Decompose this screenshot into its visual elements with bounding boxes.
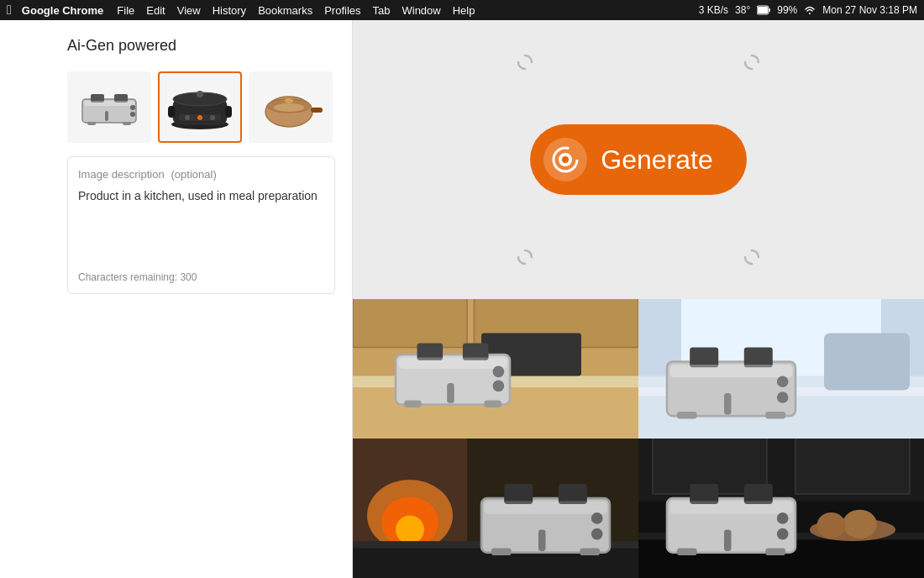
svg-rect-38 xyxy=(417,343,444,360)
svg-point-22 xyxy=(210,115,215,120)
description-section: Image description (optional) Product in … xyxy=(67,156,335,294)
svg-point-45 xyxy=(493,381,505,392)
svg-rect-88 xyxy=(690,484,718,504)
spinner-top-left xyxy=(517,54,533,71)
svg-rect-9 xyxy=(123,122,131,125)
menubar-view[interactable]: View xyxy=(177,4,201,17)
svg-rect-78 xyxy=(638,439,924,578)
svg-rect-31 xyxy=(353,299,638,439)
thumbnail-slowcooker-inner xyxy=(160,73,240,141)
svg-rect-18 xyxy=(225,106,232,118)
svg-point-85 xyxy=(843,510,877,539)
description-label-text: Image description xyxy=(78,168,165,181)
svg-point-21 xyxy=(197,115,202,120)
pan-thumbnail-svg xyxy=(257,82,324,133)
svg-rect-90 xyxy=(724,530,732,552)
svg-point-30 xyxy=(562,156,569,163)
svg-rect-36 xyxy=(481,334,581,376)
grid-image-3-svg xyxy=(353,439,638,578)
generate-button[interactable]: Generate xyxy=(530,124,746,195)
grid-image-1[interactable] xyxy=(353,299,638,439)
svg-rect-50 xyxy=(638,391,924,439)
wifi-icon xyxy=(804,4,816,16)
svg-rect-68 xyxy=(353,541,638,549)
left-panel: Ai-Gen powered xyxy=(0,20,353,578)
app-name[interactable]: Google Chrome xyxy=(22,4,104,17)
svg-rect-71 xyxy=(559,484,587,504)
svg-rect-58 xyxy=(765,412,785,419)
grid-image-3[interactable] xyxy=(353,439,638,578)
thumbnail-slowcooker[interactable] xyxy=(158,71,242,143)
svg-rect-62 xyxy=(353,439,638,578)
svg-rect-8 xyxy=(87,122,96,125)
svg-rect-52 xyxy=(824,334,910,391)
svg-rect-53 xyxy=(667,362,795,417)
svg-rect-47 xyxy=(681,299,881,376)
svg-point-95 xyxy=(777,528,789,540)
menubar-window[interactable]: Window xyxy=(402,4,440,17)
svg-rect-42 xyxy=(484,400,501,407)
svg-point-61 xyxy=(777,391,789,403)
thumbnails-row xyxy=(67,71,335,143)
svg-rect-81 xyxy=(795,439,910,494)
svg-point-27 xyxy=(274,103,304,112)
generate-button-text: Generate xyxy=(601,144,712,176)
menubar-profiles[interactable]: Profiles xyxy=(324,4,360,17)
svg-rect-55 xyxy=(744,348,773,368)
toaster-thumbnail-svg xyxy=(76,82,143,133)
slowcooker-thumbnail-svg xyxy=(166,82,234,133)
svg-rect-35 xyxy=(353,376,638,388)
menubar-items: File Edit View History Bookmarks Profile… xyxy=(117,4,698,17)
thumbnail-pan[interactable] xyxy=(249,71,333,143)
grid-image-2-svg xyxy=(638,299,924,439)
svg-point-16 xyxy=(197,91,203,97)
svg-rect-83 xyxy=(638,533,924,540)
svg-point-12 xyxy=(130,112,135,117)
menubar-bookmarks[interactable]: Bookmarks xyxy=(258,4,312,17)
menubar-file[interactable]: File xyxy=(117,4,134,17)
grid-image-4[interactable] xyxy=(638,439,924,578)
svg-rect-17 xyxy=(168,106,175,118)
menubar-tab[interactable]: Tab xyxy=(373,4,391,17)
svg-rect-32 xyxy=(353,376,638,439)
menubar-edit[interactable]: Edit xyxy=(146,4,165,17)
svg-point-65 xyxy=(381,497,438,548)
svg-point-76 xyxy=(591,512,603,524)
svg-rect-10 xyxy=(84,101,134,106)
svg-rect-74 xyxy=(580,549,600,556)
char-remaining-label: Characters remaining: xyxy=(78,271,177,283)
menubar-history[interactable]: History xyxy=(213,4,246,17)
spinner-bottom-left xyxy=(517,249,533,265)
thumbnail-pan-inner xyxy=(250,73,331,141)
svg-point-11 xyxy=(130,105,135,110)
grid-image-2[interactable] xyxy=(638,299,924,439)
svg-point-60 xyxy=(777,376,789,388)
temperature: 38° xyxy=(735,4,750,16)
spinner-top-right xyxy=(743,54,760,71)
description-label: Image description (optional) xyxy=(78,167,324,181)
datetime: Mon 27 Nov 3:18 PM xyxy=(822,4,917,16)
thumbnail-toaster[interactable] xyxy=(67,71,151,143)
menubar:  Google Chrome File Edit View History B… xyxy=(0,0,924,20)
menubar-help[interactable]: Help xyxy=(453,4,475,17)
svg-rect-39 xyxy=(463,343,489,360)
apple-menu-icon[interactable]:  xyxy=(7,3,12,18)
main-area: Ai-Gen powered xyxy=(0,20,924,578)
generate-circular-icon xyxy=(550,144,580,175)
description-textarea[interactable]: Product in a kitchen, used in meal prepa… xyxy=(78,187,324,263)
svg-rect-87 xyxy=(667,498,795,553)
svg-rect-70 xyxy=(504,484,533,504)
svg-rect-63 xyxy=(353,439,467,559)
svg-rect-67 xyxy=(353,544,638,579)
svg-rect-91 xyxy=(677,549,697,556)
svg-rect-1 xyxy=(769,8,770,12)
svg-rect-92 xyxy=(765,549,785,556)
generate-area: Generate xyxy=(353,20,924,299)
svg-rect-72 xyxy=(538,530,546,552)
svg-rect-57 xyxy=(677,412,697,419)
battery-percent: 99% xyxy=(777,4,797,16)
svg-rect-46 xyxy=(638,299,924,439)
svg-rect-59 xyxy=(669,365,792,377)
svg-rect-75 xyxy=(484,502,606,514)
network-stat: 3 KB/s xyxy=(699,4,728,16)
